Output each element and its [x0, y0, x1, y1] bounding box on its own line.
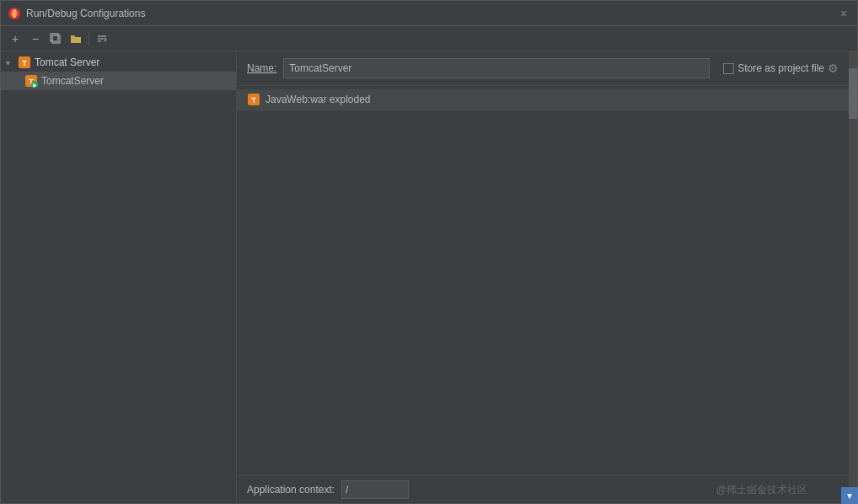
run-debug-window: Run/Debug Configurations × + −	[0, 0, 858, 504]
name-label: Name:	[247, 62, 276, 74]
name-input[interactable]	[283, 58, 710, 78]
tomcat-group-header[interactable]: ▾ T Tomcat Server	[1, 53, 236, 72]
folder-config-button[interactable]	[67, 29, 85, 48]
config-header: Name: Store as project file ⚙	[237, 51, 849, 86]
window-title: Run/Debug Configurations	[26, 8, 837, 19]
tomcat-server-label: TomcatServer	[41, 75, 104, 87]
main-content: ▾ T Tomcat Server T	[1, 51, 857, 503]
svg-text:T: T	[22, 59, 27, 67]
store-project-checkbox[interactable]	[723, 63, 734, 74]
tomcat-item-icon: T ▶	[24, 74, 38, 88]
scrollbar-thumb[interactable]	[849, 68, 857, 119]
svg-rect-4	[51, 34, 58, 41]
toolbar-separator	[88, 32, 89, 46]
deployment-label: JavaWeb:war exploded	[265, 94, 371, 105]
svg-rect-3	[52, 35, 60, 43]
store-settings-icon[interactable]: ⚙	[828, 62, 839, 75]
app-context-input[interactable]	[341, 480, 409, 499]
svg-text:▶: ▶	[33, 83, 37, 88]
scroll-down-button[interactable]	[841, 487, 858, 504]
sort-config-button[interactable]	[93, 29, 111, 48]
deploy-artifact-icon: T	[247, 93, 260, 106]
right-panel-wrapper: Name: Store as project file ⚙	[237, 51, 857, 503]
tomcat-server-item[interactable]: T ▶ TomcatServer	[1, 72, 236, 90]
tree-arrow-icon: ▾	[6, 58, 14, 67]
remove-config-button[interactable]: −	[26, 29, 45, 48]
svg-text:T: T	[251, 96, 256, 105]
app-context-label: Application context:	[247, 484, 335, 496]
copy-config-button[interactable]	[46, 29, 65, 48]
toolbar: + −	[1, 26, 857, 51]
title-bar: Run/Debug Configurations ×	[1, 1, 857, 26]
tomcat-group-label: Tomcat Server	[35, 56, 99, 68]
window-icon	[8, 7, 21, 20]
store-project-area: Store as project file ⚙	[723, 62, 839, 75]
left-panel: ▾ T Tomcat Server T	[1, 51, 237, 503]
watermark: @稀土掘金技术社区	[716, 483, 807, 497]
store-project-label: Store as project file	[737, 62, 824, 74]
tomcat-group: ▾ T Tomcat Server T	[1, 51, 236, 92]
close-button[interactable]: ×	[837, 7, 850, 20]
right-panel: Name: Store as project file ⚙	[237, 51, 849, 503]
right-scrollbar[interactable]	[849, 51, 857, 503]
deployment-item[interactable]: T JavaWeb:war exploded	[237, 89, 849, 110]
tabs-area: T JavaWeb:war exploded	[237, 86, 849, 475]
add-config-button[interactable]: +	[6, 29, 24, 48]
deployment-list: T JavaWeb:war exploded	[237, 86, 849, 475]
svg-rect-2	[13, 9, 16, 18]
tomcat-group-icon: T	[18, 56, 31, 69]
